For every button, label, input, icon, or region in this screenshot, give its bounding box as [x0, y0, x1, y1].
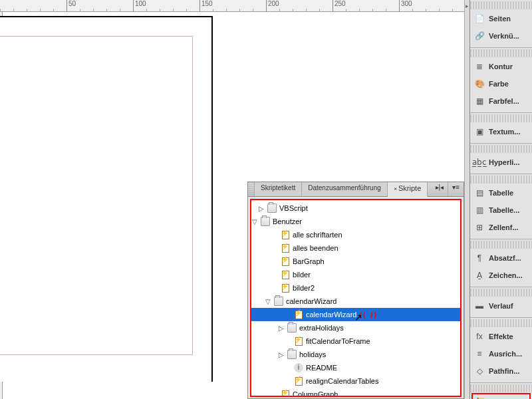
- dock-item-label: Verknü...: [489, 32, 519, 40]
- dock-item-icon: ▥: [474, 205, 485, 215]
- dock-item[interactable]: 🎨Farbe: [470, 75, 532, 92]
- tree-row[interactable]: alle schriftarten: [251, 228, 460, 241]
- info-icon: [294, 363, 303, 372]
- dock-group-gripper[interactable]: [470, 176, 532, 184]
- tree-row[interactable]: calendarWizard(( ))↖: [251, 308, 460, 321]
- dock-item[interactable]: A̱Zeichen...: [470, 267, 532, 284]
- dock-item-label: Effekte: [489, 332, 513, 340]
- dock-item-label: Farbe: [489, 80, 509, 88]
- dock-item-label: Tabelle: [489, 189, 513, 197]
- tab-datenzusammenfuehrung[interactable]: Datenzusammenführung: [302, 182, 388, 196]
- script-icon: [281, 390, 290, 397]
- tree-row[interactable]: bilder: [251, 268, 460, 281]
- tree-item-label: calendarWizard: [286, 297, 336, 305]
- tree-row[interactable]: Benutzer: [251, 215, 460, 228]
- dock-item[interactable]: ▬Verlauf: [470, 297, 532, 315]
- horizontal-ruler[interactable]: 50100150200250300350: [0, 0, 466, 12]
- tree-row[interactable]: ColumnGraph: [251, 388, 460, 397]
- tree-row[interactable]: fitCalendarToFrame: [251, 334, 460, 348]
- dock-toggle-icon: ▸: [466, 3, 469, 9]
- dock-item[interactable]: fxEffekte: [470, 328, 532, 345]
- tree-row[interactable]: README: [251, 361, 460, 374]
- side-dock: 📄Seiten🔗Verknü...≣Kontur🎨Farbe▦Farbfel..…: [469, 0, 532, 399]
- dock-item[interactable]: a̲b̲c̲Hyperli...: [470, 154, 532, 171]
- scripts-panel[interactable]: Skriptetikett Datenzusammenführung +Skri…: [247, 182, 464, 399]
- tab-skripte[interactable]: +Skripte: [388, 182, 428, 197]
- tree-item-label: ColumnGraph: [293, 390, 338, 397]
- tab-skriptetikett[interactable]: Skriptetikett: [255, 182, 302, 196]
- dock-item-label: Seiten: [489, 15, 511, 23]
- page[interactable]: [0, 16, 213, 382]
- dock-group-gripper[interactable]: [470, 145, 532, 153]
- dock-group-gripper[interactable]: [470, 1, 532, 9]
- panel-tab-bar: Skriptetikett Datenzusammenführung +Skri…: [248, 182, 464, 197]
- tree-row[interactable]: calendarWizard: [251, 295, 460, 308]
- dock-item-icon: fx: [474, 331, 485, 342]
- disclosure-triangle[interactable]: [265, 298, 271, 305]
- script-icon: [281, 283, 290, 293]
- dock-item-icon: ¶: [474, 253, 485, 263]
- dock-item[interactable]: ◇Pathfin...: [470, 362, 532, 380]
- highlight-annotation: (( )): [359, 311, 378, 319]
- tree-row[interactable]: BarGraph: [251, 255, 460, 268]
- dock-item-label: Pathfin...: [489, 367, 519, 375]
- ruler-tick: 250: [332, 0, 346, 12]
- tree-item-label: fitCalendarToFrame: [306, 337, 370, 345]
- margin-guide: [0, 36, 193, 355]
- disclosure-triangle[interactable]: [278, 351, 285, 358]
- dock-item-icon: 📜: [475, 396, 486, 399]
- tree-item-label: alles beenden: [293, 244, 338, 252]
- tree-row[interactable]: extraHolidays: [251, 321, 460, 334]
- script-icon: [294, 336, 303, 346]
- script-icon: [281, 270, 290, 279]
- dock-item[interactable]: ▥Tabelle...: [470, 201, 532, 219]
- tree-row[interactable]: alles beenden: [251, 241, 460, 255]
- folder-icon: [287, 323, 297, 332]
- disclosure-triangle[interactable]: [251, 218, 258, 225]
- folder-icon: [267, 203, 277, 213]
- dock-item-label: Tabelle...: [489, 206, 519, 214]
- dock-group-gripper[interactable]: [470, 289, 532, 297]
- dock-item[interactable]: ▤Tabelle: [470, 184, 532, 201]
- dock-item-icon: ⊞: [474, 222, 485, 233]
- dock-item-label: Zeichen...: [489, 271, 523, 279]
- tree-item-label: holidays: [299, 350, 326, 358]
- disclosure-triangle[interactable]: [258, 205, 265, 212]
- dock-item-label: Kontur: [489, 63, 513, 70]
- panel-gripper[interactable]: [248, 182, 255, 196]
- dock-item-icon: ▤: [474, 188, 485, 198]
- dock-item[interactable]: 📄Seiten: [470, 10, 532, 27]
- dock-item[interactable]: ≡Ausrich...: [470, 345, 532, 362]
- panel-scroll-arrows[interactable]: ▸|◂: [432, 182, 448, 196]
- tree-row[interactable]: bilder2: [251, 281, 460, 295]
- document-canvas[interactable]: 50100150200250300350 Skriptetikett Daten…: [0, 0, 466, 399]
- tree-item-label: BarGraph: [293, 257, 325, 265]
- dock-group-gripper[interactable]: [470, 114, 532, 122]
- dock-item[interactable]: ▦Farbfel...: [470, 92, 532, 110]
- dock-item[interactable]: ⊞Zellenf...: [470, 219, 532, 236]
- tree-row[interactable]: holidays: [251, 348, 460, 361]
- dock-item-label: Verlauf: [489, 302, 513, 310]
- script-icon: [281, 230, 290, 239]
- tree-item-label: VBScript: [279, 204, 308, 212]
- disclosure-triangle[interactable]: [278, 325, 285, 332]
- dock-group-gripper[interactable]: [470, 241, 532, 249]
- dock-item[interactable]: 🔗Verknü...: [470, 27, 532, 45]
- dock-item[interactable]: ▣Textum...: [470, 123, 532, 140]
- dock-item-icon: ▦: [474, 96, 485, 106]
- dock-group-gripper[interactable]: [470, 319, 532, 327]
- panel-menu-button[interactable]: ▾≡: [448, 182, 464, 196]
- dock-item[interactable]: 📜Skripte...: [471, 393, 531, 399]
- tree-row[interactable]: VBScript: [251, 201, 460, 215]
- folder-icon: [287, 350, 297, 359]
- dock-item-icon: 📄: [474, 13, 485, 24]
- dock-toggle-bar[interactable]: ▸: [464, 0, 469, 399]
- script-tree[interactable]: VBScriptBenutzeralle schriftartenalles b…: [250, 199, 462, 397]
- folder-icon: [274, 297, 283, 306]
- dock-group-gripper[interactable]: [470, 384, 532, 392]
- tree-item-label: bilder2: [293, 284, 315, 292]
- tree-row[interactable]: realignCalendarTables: [251, 374, 460, 388]
- dock-group-gripper[interactable]: [470, 49, 532, 57]
- dock-item[interactable]: ≣Kontur: [470, 58, 532, 75]
- dock-item[interactable]: ¶Absatzf...: [470, 249, 532, 267]
